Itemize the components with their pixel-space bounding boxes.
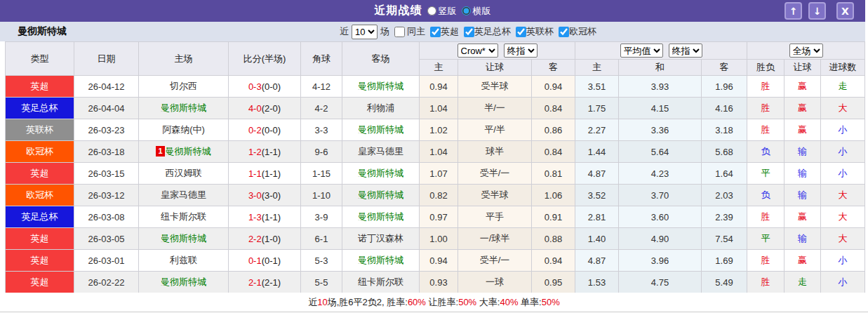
ah-result-cell: 走 [784,272,821,293]
col-header-result: 胜负 [747,60,784,76]
europe-time-select[interactable]: 终指 [669,44,702,58]
filter-controls: 近 10 场 同主 英超英足总杯英联杯欧冠杯 [340,22,596,41]
ah-home-odds: 1.07 [420,163,458,185]
ah-result-cell: 输 [784,163,821,185]
same-home-checkbox[interactable] [394,27,405,37]
ah-result-cell: 输 [784,185,821,206]
league-type-cell: 英超 [6,250,74,272]
league-filter[interactable]: 英超 [425,25,459,38]
score-cell: 4-0(2-0) [229,98,301,119]
result-cell: 胜 [747,250,784,272]
ah-result-cell: 赢 [784,250,821,272]
league-filter[interactable]: 英联杯 [511,25,554,38]
summary-bar: 近10场,胜6平2负2, 胜率:60% 让胜率:50% 大率:40% 单率:50… [0,293,868,312]
layout-radio-horizontal[interactable]: 横版 [462,5,491,18]
home-team: 切尔西 [139,76,229,98]
score-cell: 0-2(0-0) [229,119,301,141]
corner-count: 3-9 [301,206,342,228]
eu-draw-odds: 3.93 [619,76,702,98]
layout-radio-vertical[interactable]: 竖版 [427,5,457,18]
col-header-ah-result: 让球 [784,60,821,76]
score-cell: 1-1(1-1) [229,163,301,185]
league-checkbox[interactable] [559,27,569,37]
eu-home-odds: 4.87 [575,250,619,272]
home-team: 阿森纳(中) [139,119,229,141]
goals-cell: 走 [821,76,865,98]
col-header-away: 客场 [342,42,420,76]
eu-home-odds: 2.27 [575,119,619,141]
ah-away-odds: 0.94 [532,250,575,272]
handicap-time-select[interactable]: 终指 [504,44,538,58]
league-checkbox[interactable] [464,27,474,37]
goals-cell: 小 [821,119,865,141]
score-half: (3-0) [262,190,281,201]
score-full: 2-2 [248,234,262,244]
col-header-corner: 角球 [301,42,342,76]
eu-away-odds: 1.69 [702,250,747,272]
eu-away-odds: 2.39 [702,206,747,228]
ah-line: 受半/一 [458,250,532,272]
match-row: 英超 26-03-01 利兹联 0-1(0-1) 5-3 曼彻斯特城 0.94 … [6,250,865,272]
league-type-cell: 英足总杯 [6,98,74,119]
league-filter[interactable]: 欧冠杯 [554,25,596,38]
eu-away-odds: 7.54 [702,228,747,250]
eu-away-odds: 5.68 [702,141,747,163]
corner-count: 4-12 [301,76,342,98]
league-checkbox[interactable] [516,27,526,37]
score-half: (0-1) [262,255,281,266]
games-label: 场 [380,25,389,38]
col-header-ah-line: 让球 [458,60,532,76]
bookmaker-select[interactable]: Crow* [458,44,498,58]
selector-row: 类型 日期 主场 比分(半场) 角球 客场 Crow*终指 平均值终指 全场 [6,42,865,60]
europe-source-select[interactable]: 平均值 [620,44,663,58]
league-label: 英超 [441,25,459,38]
move-up-button[interactable]: ↑ [784,2,802,20]
scope-select[interactable]: 全场 [789,44,823,58]
score-cell: 1-3(1-1) [229,206,301,228]
eu-away-odds: 5.49 [702,272,747,293]
ah-home-odds: 0.82 [420,185,458,206]
close-button[interactable]: X [836,2,854,20]
result-cell: 胜 [747,76,784,98]
score-cell: 2-2(1-0) [229,228,301,250]
result-cell: 胜 [747,272,784,293]
goals-cell: 小 [821,141,865,163]
score-half: (2-1) [262,277,281,288]
league-filter[interactable]: 英足总杯 [459,25,511,38]
move-down-button[interactable]: ↓ [808,2,826,20]
same-home-label: 同主 [407,25,425,38]
match-date: 26-04-04 [74,98,139,119]
league-type-cell: 欧冠杯 [6,141,74,163]
ah-line: 平/半 [458,119,532,141]
home-team: 曼彻斯特城 [139,98,229,119]
league-type-cell: 英超 [6,228,74,250]
ah-line: 球半 [458,141,532,163]
ah-line: 受半球 [458,185,532,206]
ah-line: 受半/一 [458,163,532,185]
summary-segment: 让胜率: [426,296,458,309]
same-home-filter[interactable]: 同主 [389,25,425,38]
league-checkbox[interactable] [430,27,441,37]
match-count-select[interactable]: 10 [352,25,378,39]
summary-segment: 50% [542,297,560,307]
score-full: 3-0 [248,190,262,201]
horizontal-layout-radio[interactable] [462,6,471,15]
vertical-layout-radio[interactable] [427,6,436,15]
match-row: 欧冠杯 26-03-18 1曼彻斯特城 1-2(1-1) 9-6 皇家马德里 1… [6,141,865,163]
match-row: 英超 26-04-12 切尔西 0-3(0-0) 4-12 曼彻斯特城 0.94… [6,76,865,98]
eu-home-odds: 4.87 [575,163,619,185]
league-type-cell: 英足总杯 [6,206,74,228]
goals-cell: 大 [821,185,865,206]
score-cell: 3-0(3-0) [229,185,301,206]
eu-away-odds: 1.64 [702,163,747,185]
score-half: (1-1) [262,212,281,222]
eu-away-odds: 2.03 [702,185,747,206]
eu-draw-odds: 3.36 [619,119,702,141]
recent-matches-table: 类型 日期 主场 比分(半场) 角球 客场 Crow*终指 平均值终指 全场 主… [5,41,865,293]
team-name: 曼彻斯特城 [18,25,67,38]
eu-draw-odds: 3.70 [619,185,702,206]
eu-home-odds: 3.52 [575,185,619,206]
result-cell: 胜 [747,98,784,119]
match-row: 英联杯 26-03-23 阿森纳(中) 0-2(0-0) 3-3 曼彻斯特城 1… [6,119,865,141]
rank-marker: 1 [156,146,164,156]
